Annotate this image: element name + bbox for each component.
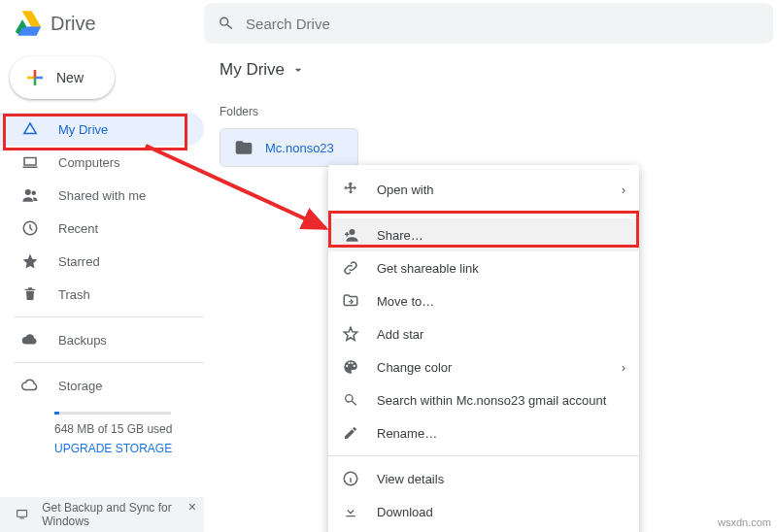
move-icon	[342, 181, 359, 198]
cloud-icon	[21, 331, 39, 349]
people-icon	[21, 186, 39, 204]
folder-move-icon	[342, 292, 359, 310]
svg-point-3	[25, 189, 31, 195]
context-menu: Open with › Share… Get shareable link Mo…	[328, 165, 639, 532]
menu-add-star[interactable]: Add star	[328, 317, 639, 350]
sidebar-item-storage[interactable]: Storage	[0, 369, 204, 402]
menu-label: Change color	[377, 360, 452, 375]
menu-share[interactable]: Share…	[328, 218, 639, 251]
menu-label: View details	[377, 472, 444, 486]
star-outline-icon	[342, 325, 359, 343]
sidebar-item-recent[interactable]: Recent	[0, 212, 204, 245]
breadcrumb-label: My Drive	[220, 60, 285, 80]
menu-download[interactable]: Download	[328, 495, 639, 528]
link-icon	[342, 259, 359, 277]
menu-label: Get shareable link	[377, 261, 479, 276]
pencil-icon	[342, 425, 359, 441]
sidebar-item-starred[interactable]: Starred	[0, 245, 204, 278]
star-icon	[21, 252, 39, 270]
menu-rename[interactable]: Rename…	[328, 416, 639, 449]
drive-logo-icon	[14, 10, 41, 37]
caret-down-icon	[290, 62, 306, 78]
sidebar-item-trash[interactable]: Trash	[0, 278, 204, 311]
section-label: Folders	[220, 105, 761, 118]
menu-move-to[interactable]: Move to…	[328, 284, 639, 317]
menu-label: Open with	[377, 183, 434, 197]
new-button-label: New	[56, 70, 84, 85]
sidebar-item-computers[interactable]: Computers	[0, 146, 204, 179]
menu-separator	[328, 212, 639, 213]
upgrade-storage-link[interactable]: UPGRADE STORAGE	[54, 442, 204, 455]
menu-label: Move to…	[377, 294, 434, 309]
sidebar: New My Drive Computers Shared with me Re…	[0, 47, 204, 532]
svg-rect-8	[17, 511, 27, 517]
breadcrumb[interactable]: My Drive	[220, 60, 761, 80]
sidebar-item-shared[interactable]: Shared with me	[0, 179, 204, 212]
app-name: Drive	[51, 13, 96, 35]
promo-text: Get Backup and Sync for Windows	[42, 501, 175, 529]
folder-item[interactable]: Mc.nonso23	[220, 128, 358, 167]
person-add-icon	[342, 226, 359, 244]
clock-icon	[21, 219, 39, 237]
menu-label: Search within Mc.nonso23 gmail account	[377, 393, 606, 408]
menu-separator	[328, 455, 639, 456]
storage-used-text: 648 MB of 15 GB used	[54, 422, 204, 436]
sidebar-item-label: Storage	[58, 379, 103, 393]
sidebar-item-backups[interactable]: Backups	[0, 323, 204, 356]
menu-view-details[interactable]: View details	[328, 462, 639, 495]
menu-search-within[interactable]: Search within Mc.nonso23 gmail account	[328, 383, 639, 416]
palette-icon	[342, 358, 359, 376]
sidebar-item-my-drive[interactable]: My Drive	[0, 113, 204, 146]
promo-banner[interactable]: Get Backup and Sync for Windows ×	[0, 497, 204, 532]
search-icon	[342, 392, 359, 408]
sidebar-item-label: My Drive	[58, 122, 108, 137]
sidebar-item-label: Computers	[58, 155, 120, 170]
info-icon	[342, 470, 359, 487]
nav-list: My Drive Computers Shared with me Recent…	[0, 113, 204, 455]
sidebar-item-label: Backups	[58, 333, 107, 348]
sidebar-item-label: Trash	[58, 287, 90, 302]
menu-label: Download	[377, 505, 433, 519]
menu-label: Rename…	[377, 426, 437, 441]
search-icon	[218, 15, 234, 32]
trash-icon	[21, 286, 39, 302]
chevron-right-icon: ›	[622, 360, 625, 375]
watermark: wsxdn.com	[718, 516, 771, 528]
monitor-icon	[16, 506, 28, 523]
new-button[interactable]: New	[10, 56, 115, 99]
logo-area[interactable]: Drive	[0, 10, 204, 37]
svg-point-6	[350, 229, 355, 235]
svg-point-4	[32, 191, 37, 196]
sidebar-item-label: Recent	[58, 221, 98, 236]
folder-icon	[234, 138, 253, 157]
chevron-right-icon: ›	[622, 183, 625, 197]
sidebar-item-label: Shared with me	[58, 188, 146, 203]
menu-change-color[interactable]: Change color ›	[328, 350, 639, 383]
close-icon[interactable]: ×	[188, 497, 196, 515]
header-bar: Drive	[0, 0, 777, 47]
menu-label: Share…	[377, 228, 423, 243]
menu-open-with[interactable]: Open with ›	[328, 173, 639, 206]
search-input[interactable]	[246, 16, 773, 32]
menu-label: Add star	[377, 327, 423, 342]
storage-bar	[54, 412, 171, 415]
menu-get-link[interactable]: Get shareable link	[328, 251, 639, 284]
download-icon	[342, 504, 359, 519]
storage-details: 648 MB of 15 GB used UPGRADE STORAGE	[0, 402, 204, 455]
divider	[14, 316, 204, 317]
drive-icon	[21, 120, 39, 138]
cloud-outline-icon	[21, 377, 39, 394]
computers-icon	[21, 153, 39, 171]
divider	[14, 362, 204, 363]
folder-name: Mc.nonso23	[265, 141, 334, 155]
search-bar[interactable]	[204, 3, 773, 44]
plus-icon	[23, 66, 47, 89]
sidebar-item-label: Starred	[58, 254, 100, 269]
